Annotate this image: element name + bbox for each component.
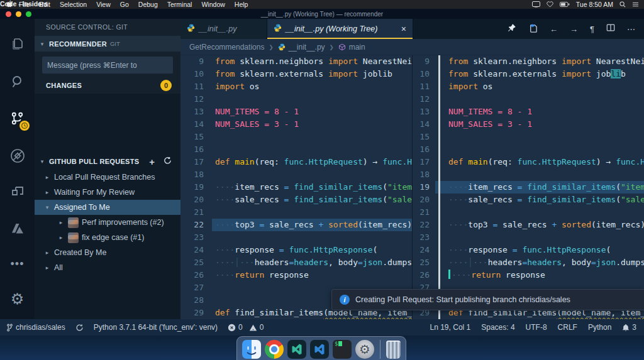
line-number[interactable]: 11 [413, 80, 435, 93]
code-line[interactable]: 25····│···headers=headers, body=json.dum… [180, 256, 412, 269]
language-mode-status[interactable]: Python [588, 323, 611, 332]
dock-vscode-icon[interactable] [310, 340, 329, 359]
changes-row[interactable]: CHANGES 0 [35, 77, 180, 94]
line-number[interactable]: 29 [180, 307, 212, 319]
breadcrumb-file[interactable]: __init__.py [278, 43, 325, 52]
line-number[interactable]: 26 [180, 269, 212, 281]
code-line[interactable]: 20····sale_recs = find_similar_items("sa… [413, 194, 644, 206]
line-number[interactable]: 18 [413, 168, 435, 181]
line-number[interactable]: 20 [413, 194, 435, 206]
code-line[interactable]: 23 [180, 231, 412, 244]
toggle-whitespace-icon[interactable]: ¶ [590, 25, 594, 34]
line-number[interactable]: 10 [413, 68, 435, 80]
line-number[interactable]: 16 [180, 143, 212, 156]
line-number[interactable]: 17 [180, 156, 212, 168]
code-line[interactable]: 11import os [180, 80, 412, 93]
code-line[interactable]: 23 [413, 231, 644, 244]
code-line[interactable]: 10from sklearn.externals import joblib [180, 68, 412, 80]
breadcrumb-symbol[interactable]: main [338, 43, 365, 52]
encoding-status[interactable]: UTF-8 [526, 323, 547, 332]
line-number[interactable]: 23 [413, 231, 435, 244]
code-line[interactable]: 24····response = func.HttpResponse( [413, 244, 644, 256]
tree-item-perf-improvements-2[interactable]: ▸Perf improvements (#2) [35, 215, 180, 230]
code-line[interactable]: 9from sklearn.neighbors import NearestNe… [413, 55, 644, 68]
tree-item-all[interactable]: ▸All [35, 260, 180, 275]
menu-code-insiders[interactable]: Code - Insiders [0, 0, 644, 9]
line-number[interactable]: 18 [180, 168, 212, 181]
right-editor-pane[interactable]: 9from sklearn.neighbors import NearestNe… [412, 55, 644, 319]
commit-message-input[interactable] [42, 57, 173, 74]
line-number[interactable]: 12 [180, 93, 212, 106]
line-number[interactable]: 12 [413, 93, 435, 106]
split-editor-icon[interactable] [606, 23, 615, 35]
more-views-icon[interactable]: ••• [0, 248, 35, 280]
dock-chrome-icon[interactable] [265, 340, 284, 359]
left-editor-pane[interactable]: 9from sklearn.neighbors import NearestNe… [180, 55, 412, 319]
chevron-collapsed-icon[interactable]: ▸ [43, 174, 51, 180]
tree-item-fix-edge-case-1[interactable]: ▸fix edge case (#1) [35, 230, 180, 245]
line-number[interactable]: 27 [180, 281, 212, 294]
navigate-back-icon[interactable]: ← [550, 25, 558, 34]
tree-item-assigned-to-me[interactable]: ▾Assigned To Me [35, 200, 180, 215]
code-line[interactable]: 22····top3 = sale_recs + sorted(item_rec… [180, 219, 412, 231]
code-line[interactable]: 22····top3 = sale_recs + sorted(item_rec… [413, 219, 644, 231]
sync-button[interactable] [75, 324, 84, 332]
code-line[interactable]: 10from sklearn.externals import joblib [413, 68, 644, 80]
cursor-position-status[interactable]: Ln 19, Col 1 [430, 323, 471, 332]
dock-system-preferences-icon[interactable]: ⚙ [355, 340, 374, 359]
tree-item-waiting-for-my-review[interactable]: ▸Waiting For My Review [35, 185, 180, 200]
code-line[interactable]: 13NUM_ITEMS = 8 - 1 [413, 106, 644, 118]
open-changes-icon[interactable] [528, 23, 538, 35]
code-line[interactable]: 25····│···headers=headers, body=json.dum… [413, 256, 644, 269]
line-number[interactable]: 19 [413, 181, 435, 194]
extensions-icon[interactable] [0, 176, 35, 209]
dock-vscode-insiders-icon[interactable] [287, 340, 306, 359]
code-line[interactable]: 17def main(req: func.HttpRequest) → func… [413, 156, 644, 168]
line-number[interactable]: 9 [180, 55, 212, 68]
navigate-forward-icon[interactable]: → [570, 25, 578, 34]
chevron-expanded-icon[interactable]: ▾ [43, 204, 51, 210]
search-icon[interactable] [0, 65, 35, 98]
debug-icon[interactable] [0, 139, 35, 172]
chevron-collapsed-icon[interactable]: ▸ [57, 219, 65, 226]
line-number[interactable]: 14 [180, 118, 212, 131]
pin-editor-icon[interactable] [508, 23, 516, 35]
code-line[interactable]: 26····return response [180, 269, 412, 281]
chevron-collapsed-icon[interactable]: ▸ [43, 265, 51, 271]
git-branch-status[interactable]: chrisdias/sales [6, 323, 65, 332]
line-number[interactable]: 14 [413, 118, 435, 131]
settings-gear-icon[interactable]: ⚙ [0, 283, 35, 315]
source-control-icon[interactable] [0, 102, 35, 134]
dock-trash-icon[interactable] [386, 341, 401, 359]
refresh-pr-button[interactable] [164, 156, 172, 167]
eol-status[interactable]: CRLF [558, 323, 577, 332]
line-number[interactable]: 24 [413, 244, 435, 256]
code-line[interactable]: 13NUM_ITEMS = 8 - 1 [180, 106, 412, 118]
code-line[interactable]: 16 [180, 143, 412, 156]
line-number[interactable]: 24 [180, 244, 212, 256]
close-tab-icon[interactable]: × [401, 24, 406, 34]
line-number[interactable]: 21 [413, 206, 435, 219]
create-pr-button[interactable]: + [149, 156, 155, 167]
code-line[interactable]: 17def main(req: func.HttpRequest) → func… [180, 156, 412, 168]
line-number[interactable]: 23 [180, 231, 212, 244]
code-line[interactable]: 21 [180, 206, 412, 219]
line-number[interactable]: 13 [180, 106, 212, 118]
code-line[interactable]: 12 [180, 93, 412, 106]
problems-status[interactable]: 0 0 [228, 323, 264, 332]
line-number[interactable]: 28 [180, 294, 212, 307]
line-number[interactable]: 10 [180, 68, 212, 80]
code-line[interactable]: 20····sale_recs = find_similar_items("sa… [180, 194, 412, 206]
line-number[interactable]: 17 [413, 156, 435, 168]
notifications-bell[interactable]: 3 [622, 323, 636, 332]
tree-item-created-by-me[interactable]: ▸Created By Me [35, 245, 180, 260]
more-actions-icon[interactable]: ⋯ [627, 25, 635, 34]
line-number[interactable]: 25 [180, 256, 212, 269]
code-line[interactable]: 11import os [413, 80, 644, 93]
line-number[interactable]: 25 [413, 256, 435, 269]
chevron-collapsed-icon[interactable]: ▸ [57, 234, 65, 241]
line-number[interactable]: 19 [180, 181, 212, 194]
python-interpreter-status[interactable]: Python 3.7.1 64-bit ('func_env': venv) [94, 323, 218, 332]
code-line[interactable]: 15 [180, 131, 412, 143]
line-number[interactable]: 16 [413, 143, 435, 156]
